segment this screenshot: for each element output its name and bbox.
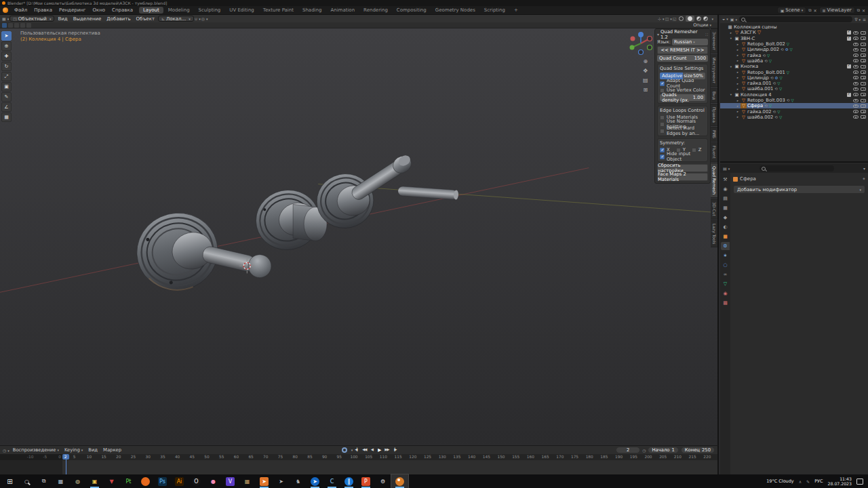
outliner-item-label[interactable]: Коллекция сцены [734,24,777,30]
render-camera-icon[interactable] [861,59,866,62]
outliner-item-label[interactable]: гайка [747,53,761,58]
marker-menu[interactable]: Маркер [101,447,123,453]
properties-tab[interactable]: ◐ [721,223,730,231]
taskbar-app-icon[interactable]: O [188,474,205,488]
expand-arrow-icon[interactable]: ▸ [735,99,741,102]
taskbar-app-icon[interactable]: Ai [171,474,188,488]
outliner-options-icon[interactable]: ≡ [863,17,866,22]
close-viewlayer-icon[interactable]: ✕ [862,8,865,13]
viewport-tool-button[interactable]: ↻ [1,62,12,71]
taskbar-app-icon[interactable]: C [323,474,340,488]
outliner-collection-icon[interactable]: ▣ [730,17,737,22]
properties-tab[interactable]: ◉ [721,185,730,193]
symmetry-x-checkbox[interactable] [660,148,665,152]
sidebar-tab[interactable]: Fluent [711,142,717,162]
adaptive-size-slider[interactable]: Adaptive size50% [660,73,705,79]
viewport-tool-button[interactable]: ▦ [1,113,12,122]
timeline-tracks[interactable] [0,460,717,474]
render-camera-icon[interactable] [861,70,866,74]
wireframe-shading-icon[interactable] [679,16,684,21]
selectability-checkbox-icon[interactable] [847,30,851,35]
keying-dropdown-icon[interactable] [350,447,353,453]
outliner-item-label[interactable]: Retopo_Bolt.001 [747,70,785,75]
viewport-tool-button[interactable]: ⊕ [1,41,12,51]
outliner-row[interactable]: ▾ Кнопка [720,64,868,69]
sidebar-tab[interactable]: 3D-Cut [711,199,717,220]
taskbar-app-icon[interactable]: ○ [18,474,35,488]
playhead-badge[interactable]: 2 [62,454,69,460]
playback-button[interactable]: ◀▏ [353,447,360,453]
render-camera-icon[interactable] [861,43,866,46]
taskbar-app-icon[interactable]: ● [205,474,222,488]
expand-arrow-icon[interactable]: ▸ [735,76,741,79]
outliner-item-label[interactable]: гайка.001 [747,81,772,86]
workspace-tab[interactable]: Sculpting [195,7,225,14]
viewlayer-selector[interactable]: ≣ViewLayer [819,7,855,14]
expand-arrow-icon[interactable]: ▸ [735,110,741,113]
taskbar-app-icon[interactable]: ♞ [290,474,307,488]
hide-eye-icon[interactable] [853,54,859,57]
hide-eye-icon[interactable] [853,31,859,35]
shading-dropdown-icon[interactable] [710,16,713,22]
navigation-gizmo[interactable] [627,30,654,57]
timeline-editor-icon[interactable]: ◷ [3,448,9,453]
viewport-canvas[interactable]: ➤⊕✚↻⤢▣✎∠▦ Пользовательская перспектива (… [0,28,717,445]
outliner-item-label[interactable]: шайба [747,58,763,64]
tool-setting-icon[interactable] [20,23,25,28]
render-camera-icon[interactable] [861,93,866,96]
taskbar-app-icon[interactable]: Ps [154,474,171,488]
hide-eye-icon[interactable] [853,37,859,40]
properties-tab[interactable]: ○ [721,261,730,269]
hide-eye-icon[interactable] [853,82,859,85]
snap-magnet-icon[interactable]: ∪ [195,16,201,21]
taskbar-app-icon[interactable]: P [357,474,374,488]
viewport-nav-icon[interactable]: ✥ [643,68,648,74]
outliner-row[interactable]: ▸ гайка.002 [720,108,868,114]
taskbar-app-icon[interactable]: ➤ [307,474,323,488]
outliner-row[interactable]: Коллекция сцены [720,24,868,30]
adapt-quad-count-checkbox[interactable] [660,81,665,86]
quads-density-field[interactable]: Quads density (px.1.00 [660,94,705,101]
hide-eye-icon[interactable] [853,48,859,52]
topbar-menu[interactable]: Правка [31,7,56,13]
new-viewlayer-icon[interactable]: ⧉ [857,7,860,13]
taskbar-app-icon[interactable]: ▼ [103,474,120,488]
outliner-display-mode-icon[interactable]: 🞃 [722,16,728,22]
hide-eye-icon[interactable] [853,104,859,108]
workspace-tab[interactable]: Geometry Nodes [431,7,479,14]
workspace-tab[interactable]: Compositing [393,7,431,14]
tool-setting-icon[interactable] [26,23,31,28]
playback-menu[interactable]: Воспроизведение [11,447,61,453]
render-camera-icon[interactable] [861,65,866,68]
symmetry-z-checkbox[interactable] [692,148,696,152]
outliner-row[interactable]: ▸ Retopo_Bolt.002 [720,41,868,47]
topbar-menu[interactable]: Файл [11,7,31,13]
outliner-item-label[interactable]: Сфера [747,103,763,108]
outliner-item-label[interactable]: Кнопка [741,64,758,69]
workspace-tab[interactable]: UV Editing [225,7,258,14]
sidebar-tab[interactable]: Quad Remesh [711,163,717,198]
hide-eye-icon[interactable] [853,99,859,102]
use-vertex-color-checkbox[interactable] [660,88,665,93]
workspace-tab[interactable]: Rendering [359,7,392,14]
workspace-tab[interactable]: Animation [326,7,359,14]
expand-arrow-icon[interactable]: ▸ [735,115,741,119]
new-scene-icon[interactable]: ⧉ [808,7,811,13]
render-camera-icon[interactable] [861,99,866,102]
frame-start-field[interactable]: Начало1 [648,447,678,453]
keying-menu[interactable]: Keying [62,447,85,453]
viewport-menu[interactable]: Вид [55,16,70,22]
options-dropdown[interactable]: Опции [693,22,715,28]
outliner-row[interactable]: ▸ Retopo_Bolt.003 [720,98,868,103]
outliner-row[interactable]: ▾ Коллекция 4 [720,92,868,98]
workspace-tab[interactable]: Shading [298,7,326,14]
panel-header[interactable]: ▾Quad Remesher 1.2∷ [657,30,708,38]
expand-arrow-icon[interactable]: ▸ [735,104,741,108]
taskbar-app-icon[interactable]: ⊞ [1,474,18,488]
expand-arrow-icon[interactable]: ▾ [728,93,734,96]
render-camera-icon[interactable] [861,115,866,119]
outliner-item-label[interactable]: шайба.001 [747,86,773,92]
workspace-tab[interactable]: Modeling [164,7,194,14]
workspace-tab[interactable]: + [510,7,522,14]
viewport-tool-button[interactable]: ▣ [1,82,12,92]
